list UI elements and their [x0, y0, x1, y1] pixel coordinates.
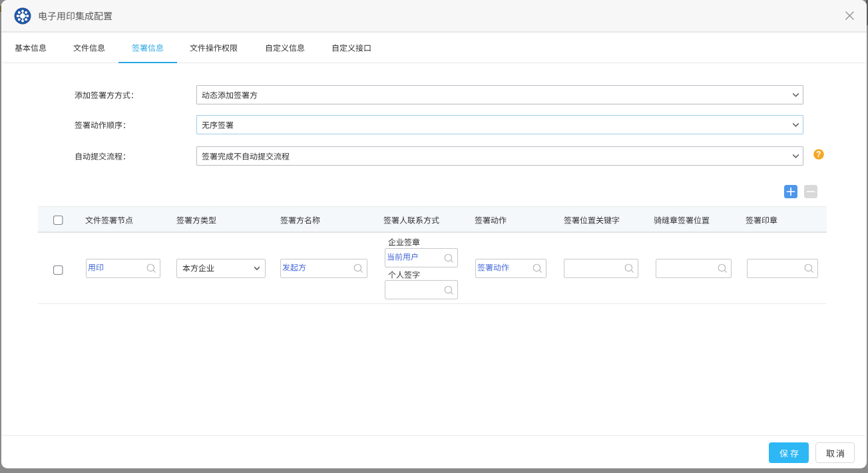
svg-text:?: ?: [816, 150, 821, 159]
